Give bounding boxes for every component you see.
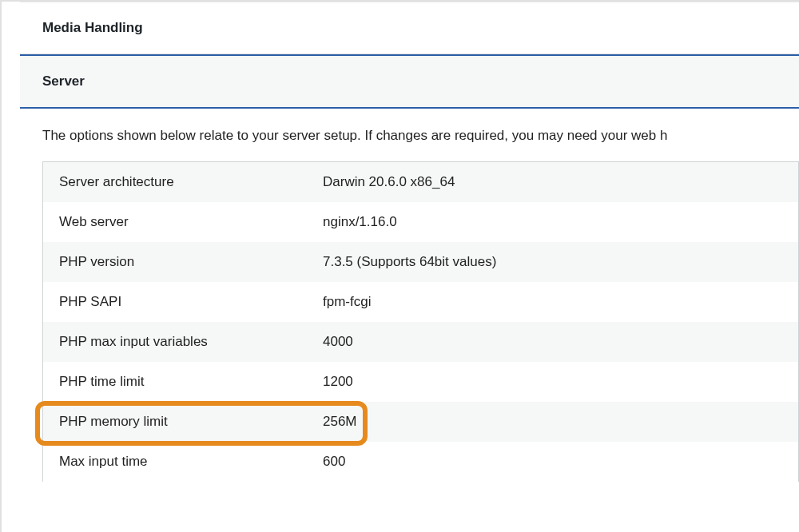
section-header-server[interactable]: Server <box>20 54 799 109</box>
table-row: PHP max input variables 4000 <box>43 322 798 362</box>
row-value: 256M <box>323 414 357 430</box>
table-row: Server architecture Darwin 20.6.0 x86_64 <box>43 162 798 202</box>
row-label: PHP memory limit <box>59 414 323 430</box>
row-value: 600 <box>323 454 345 470</box>
server-label: Server <box>42 73 85 89</box>
row-label: Web server <box>59 214 323 230</box>
row-label: Server architecture <box>59 174 323 190</box>
table-row-php-memory-limit: PHP memory limit 256M <box>43 402 798 442</box>
row-label: PHP version <box>59 254 323 270</box>
row-value: fpm-fcgi <box>323 294 371 310</box>
row-value: Darwin 20.6.0 x86_64 <box>323 174 455 190</box>
table-row: PHP version 7.3.5 (Supports 64bit values… <box>43 242 798 282</box>
table-row: Web server nginx/1.16.0 <box>43 202 798 242</box>
row-value: 4000 <box>323 334 353 350</box>
section-header-media-handling[interactable]: Media Handling <box>20 2 799 54</box>
row-label: PHP max input variables <box>59 334 323 350</box>
row-value: nginx/1.16.0 <box>323 214 397 230</box>
row-label: PHP SAPI <box>59 294 323 310</box>
server-info-table: Server architecture Darwin 20.6.0 x86_64… <box>42 161 799 482</box>
media-handling-label: Media Handling <box>42 20 143 35</box>
table-row: Max input time 600 <box>43 442 798 482</box>
table-row: PHP time limit 1200 <box>43 362 798 402</box>
row-value: 1200 <box>323 374 353 390</box>
row-label: Max input time <box>59 454 323 470</box>
row-value: 7.3.5 (Supports 64bit values) <box>323 254 496 270</box>
row-label: PHP time limit <box>59 374 323 390</box>
server-description: The options shown below relate to your s… <box>20 109 799 161</box>
table-row: PHP SAPI fpm-fcgi <box>43 282 798 322</box>
